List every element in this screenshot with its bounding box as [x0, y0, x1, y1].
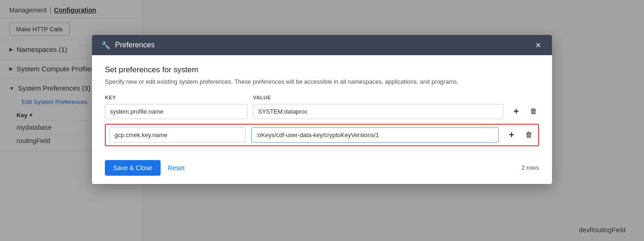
key-input-2[interactable] [109, 127, 246, 143]
preference-row-1: + 🗑 [105, 104, 539, 119]
value-input-1[interactable] [253, 104, 503, 119]
modal-header: 🔧 Preferences × [92, 35, 552, 55]
add-row-1-button[interactable]: + [512, 106, 521, 117]
rows-count: 2 rows [522, 164, 539, 171]
columns-header: KEY VALUE [105, 95, 539, 100]
modal-section-title: Set preferences for system [105, 65, 539, 75]
delete-row-1-button[interactable]: 🗑 [528, 107, 539, 116]
modal-overlay: 🔧 Preferences × Set preferences for syst… [0, 0, 644, 241]
value-input-2[interactable] [251, 127, 499, 143]
row-2-actions: + 🗑 [507, 129, 535, 140]
wrench-icon: 🔧 [101, 41, 110, 50]
preferences-modal: 🔧 Preferences × Set preferences for syst… [92, 35, 552, 184]
reset-button[interactable]: Reset [168, 164, 185, 172]
key-col-header: KEY [105, 95, 247, 100]
modal-description: Specify new or edit existing system pref… [105, 77, 500, 86]
modal-close-button[interactable]: × [534, 40, 543, 50]
save-close-button[interactable]: Save & Close [105, 160, 161, 176]
delete-row-2-button[interactable]: 🗑 [523, 130, 535, 139]
row-1-actions: + 🗑 [512, 106, 539, 117]
modal-title: Preferences [115, 41, 155, 49]
modal-footer: Save & Close Reset 2 rows [92, 158, 552, 184]
key-input-1[interactable] [105, 104, 247, 119]
preference-row-2-highlighted: + 🗑 [105, 124, 539, 146]
add-row-2-button[interactable]: + [507, 129, 516, 140]
value-col-header: VALUE [253, 95, 539, 100]
modal-body: Set preferences for system Specify new o… [92, 55, 552, 158]
